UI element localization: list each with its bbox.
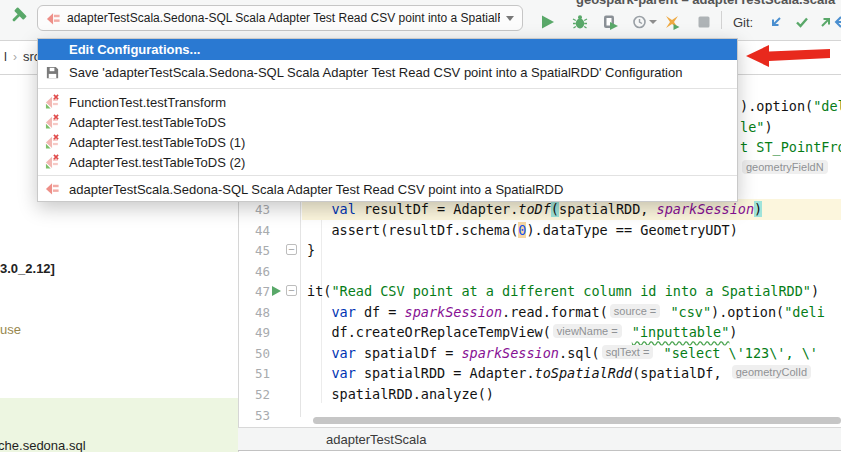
code-line[interactable]: 49 df.createOrReplaceTempView(viewName =… [246, 322, 841, 343]
line-number: 46 [246, 261, 270, 282]
code-token: "csv" [670, 304, 711, 320]
project-tree-item-label: org.apache.sedona.sql [0, 438, 86, 452]
code-token: "Read CSV point at a different column id… [331, 283, 811, 299]
profiler-icon[interactable] [632, 14, 648, 30]
line-number: 51 [246, 363, 270, 384]
code-line[interactable]: 47–it("Read CSV point at a different col… [246, 281, 841, 302]
menu-item[interactable]: FunctionTest.testTransform [38, 92, 737, 112]
code-token: (spatialDf, [632, 365, 730, 381]
code-line[interactable]: 48 var df = sparkSession.read.format(sou… [246, 302, 841, 323]
breadcrumb[interactable]: l › src [4, 49, 40, 64]
run-config-menu: Edit Configurations...Save 'adapterTestS… [37, 38, 738, 202]
code-token: assert(resultDf.schema( [307, 222, 518, 238]
profiler-caret-icon[interactable] [649, 20, 657, 24]
project-tree-item[interactable]: 3.0_2.12] [0, 261, 55, 276]
menu-item[interactable]: Edit Configurations... [38, 39, 737, 60]
code-token: } [307, 242, 315, 258]
code-text: var df = sparkSession.read.format(source… [307, 302, 825, 323]
line-number: 47 [246, 281, 270, 302]
fold-icon[interactable]: – [286, 244, 297, 255]
bottom-breadcrumb-bar: adapterTestScala [238, 427, 841, 451]
git-update-icon[interactable] [768, 14, 784, 30]
code-fragment: t ST_PointFro [740, 137, 841, 158]
code-token: .sql( [559, 345, 600, 361]
line-number: 53 [246, 405, 270, 426]
gutter [272, 199, 306, 220]
code-token: ).option( [711, 304, 784, 320]
code-line[interactable]: 52 spatialRDD.analyze() [246, 384, 841, 405]
build-hammer-icon[interactable] [9, 7, 27, 25]
git-extra-icon[interactable] [833, 14, 841, 30]
code-token: le" [740, 119, 764, 135]
code-token: ) [811, 283, 819, 299]
coverage-icon[interactable] [602, 14, 618, 30]
code-token: ) [754, 201, 762, 217]
code-token [307, 345, 331, 361]
stop-icon[interactable] [696, 14, 712, 30]
horizontal-scrollbar[interactable] [313, 417, 841, 424]
menu-item[interactable]: AdapterTest.testTableToDS (2) [38, 152, 737, 172]
git-commit-icon[interactable] [794, 14, 810, 30]
run-icon[interactable] [540, 14, 556, 30]
git-push-icon[interactable] [818, 14, 834, 30]
code-token: val [331, 201, 364, 217]
save-icon [45, 65, 61, 81]
project-tree-selected-row[interactable]: org.apache.sedona.sql [0, 398, 238, 452]
inlay-hint: source = [610, 304, 661, 318]
run-test-gutter-icon[interactable] [272, 286, 281, 296]
gutter: – [272, 240, 306, 261]
gutter [272, 302, 306, 323]
gutter [272, 261, 306, 282]
menu-item-label: adapterTestScala.Sedona-SQL Scala Adapte… [69, 182, 563, 197]
gutter [272, 384, 306, 405]
code-text: var spatialDf = sparkSession.sql(sqlText… [307, 343, 818, 364]
code-text: assert(resultDf.schema(0).dataType == Ge… [307, 220, 738, 241]
code-token: ( [551, 201, 559, 217]
code-token: spatialRDD = Adapter. [364, 365, 535, 381]
gutter [272, 322, 306, 343]
breadcrumb-segment[interactable]: l [4, 49, 7, 64]
code-line[interactable]: 44 assert(resultDf.schema(0).dataType ==… [246, 220, 841, 241]
code-text: spatialRDD.analyze() [307, 384, 494, 405]
code-line[interactable]: 46 [246, 261, 841, 282]
code-token [307, 365, 331, 381]
menu-item-label: AdapterTest.testTableToDS [69, 115, 226, 130]
line-number: 43 [246, 199, 270, 220]
menu-item[interactable]: AdapterTest.testTableToDS (1) [38, 132, 737, 152]
bottom-breadcrumb-label[interactable]: adapterTestScala [326, 432, 426, 447]
code-line[interactable]: 45–} [246, 240, 841, 261]
gutter [272, 405, 306, 426]
run-config-label: adapterTestScala.Sedona-SQL Scala Adapte… [67, 11, 500, 25]
line-number: 49 [246, 322, 270, 343]
code-token: .read.format( [502, 304, 608, 320]
menu-item[interactable]: AdapterTest.testTableToDS [38, 112, 737, 132]
code-token: ).dataType == GeometryUDT) [526, 222, 737, 238]
scalatest-icon [45, 181, 61, 197]
code-token: sparkSession [657, 201, 755, 217]
code-token: var [331, 345, 364, 361]
code-token: toDf [518, 201, 551, 217]
code-text: } [307, 240, 315, 261]
menu-item[interactable]: Save 'adapterTestScala.Sedona-SQL Scala … [38, 60, 737, 85]
git-label: Git: [733, 15, 753, 30]
project-tree-item[interactable]: use [0, 322, 21, 337]
menu-item-label: Edit Configurations... [69, 42, 200, 57]
code-line[interactable]: 50 var spatialDf = sparkSession.sql(sqlT… [246, 343, 841, 364]
services-icon[interactable] [664, 14, 680, 30]
menu-item-label: AdapterTest.testTableToDS (2) [69, 155, 245, 170]
annotation-arrow-icon [742, 42, 836, 72]
run-config-combo[interactable]: adapterTestScala.Sedona-SQL Scala Adapte… [37, 5, 523, 31]
code-line[interactable]: 51 var spatialRDD = Adapter.toSpatialRdd… [246, 363, 841, 384]
debug-icon[interactable] [572, 14, 588, 30]
menu-item[interactable]: adapterTestScala.Sedona-SQL Scala Adapte… [38, 179, 737, 199]
gutter: – [272, 281, 306, 302]
code-token: t ST_PointFro [740, 139, 841, 155]
code-token: ) [729, 324, 737, 340]
code-token: df = [364, 304, 405, 320]
code-token: df.createOrReplaceTempView( [307, 324, 551, 340]
fold-icon[interactable]: – [286, 285, 297, 296]
menu-item-label: Save 'adapterTestScala.Sedona-SQL Scala … [69, 65, 682, 80]
code-fragment: ).option("deli [740, 96, 841, 117]
code-line[interactable]: 43 val resultDf = Adapter.toDf(spatialRD… [246, 199, 841, 220]
code-token: sparkSession [405, 304, 503, 320]
